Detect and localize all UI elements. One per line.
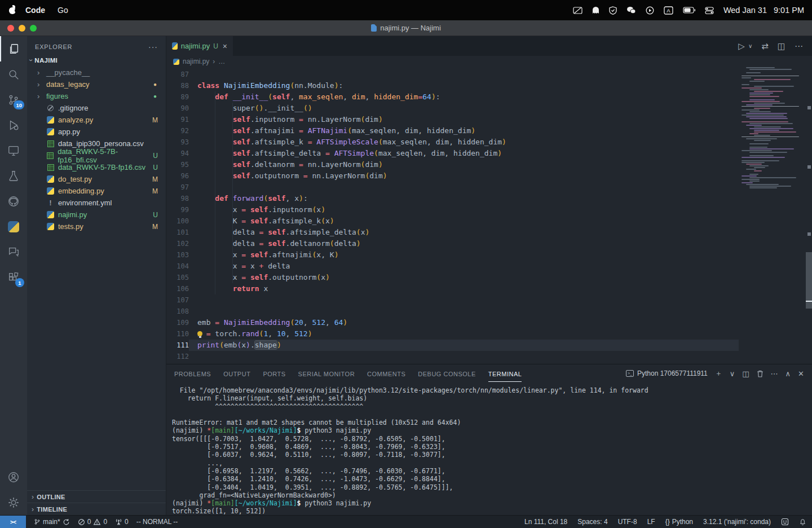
file-item-datas_legacy[interactable]: ›datas_legacy● [27, 78, 166, 90]
code-line-107[interactable]: 107 [166, 294, 812, 306]
code-line-92[interactable]: 92 self.aftnajimi = AFTNajimi(max_seqlen… [166, 125, 812, 137]
menu-app-name[interactable]: Code [19, 0, 51, 20]
file-item-data_RWKV-5-7B-fp16_bfi.csv[interactable]: data_RWKV-5-7B-fp16_bfi.csvU [27, 149, 166, 161]
file-item-najimi.py[interactable]: najimi.pyU [27, 209, 166, 221]
file-item-figures[interactable]: ›figures● [27, 90, 166, 102]
python-interpreter[interactable]: 3.12.1 ('najimi': conda) [703, 518, 771, 526]
code-line-87[interactable]: 87 [166, 69, 812, 80]
encoding[interactable]: UTF-8 [618, 518, 637, 526]
remote-indicator[interactable]: >< [0, 516, 26, 528]
minimap[interactable] [742, 67, 805, 360]
comments-icon[interactable] [0, 239, 27, 265]
input-source-icon[interactable]: A [664, 6, 673, 15]
git-branch-item[interactable]: main* [34, 518, 70, 526]
file-item-environment.yml[interactable]: !environment.yml [27, 197, 166, 209]
vim-mode-indicator[interactable]: -- NORMAL -- [136, 518, 178, 526]
file-item-analyze.py[interactable]: analyze.pyM [27, 114, 166, 126]
code-line-88[interactable]: 88class NajimiEmbedding(nn.Module): [166, 80, 812, 91]
minimize-window-button[interactable] [19, 25, 25, 32]
maximize-panel-icon[interactable]: ∧ [785, 369, 791, 378]
explorer-icon[interactable] [0, 36, 27, 61]
file-item-tests.py[interactable]: tests.pyM [27, 221, 166, 232]
panel-tab-problems[interactable]: PROBLEMS [174, 366, 211, 381]
panel-tab-output[interactable]: OUTPUT [223, 366, 250, 381]
notification-app-icon[interactable] [592, 6, 599, 14]
battery-icon[interactable] [683, 7, 695, 14]
code-line-94[interactable]: 94 self.aftsimple_delta = AFTSimple(max_… [166, 148, 812, 159]
keyboard-backlight-icon[interactable] [573, 7, 582, 14]
file-item-data_RWKV-5-7B-fp16.csv[interactable]: data_RWKV-5-7B-fp16.csvU [27, 161, 166, 173]
tab-close-icon[interactable]: × [223, 42, 227, 51]
file-item-embedding.py[interactable]: embedding.pyM [27, 185, 166, 197]
search-icon[interactable] [0, 61, 27, 87]
file-item-app.py[interactable]: app.py [27, 126, 166, 138]
code-line-103[interactable]: 103 x = self.aftnajimi(x, K) [166, 249, 812, 261]
apple-menu-icon[interactable] [8, 6, 17, 15]
code-line-89[interactable]: 89 def __init__(self, max_seqlen, dim, h… [166, 91, 812, 103]
breadcrumb-symbol[interactable]: … [218, 58, 225, 65]
code-line-109[interactable]: 109emb = NajimiEmbedding(20, 512, 64) [166, 317, 812, 328]
close-window-button[interactable] [7, 25, 14, 32]
code-line-98[interactable]: 98 def forward(self, x): [166, 193, 812, 204]
account-icon[interactable] [0, 464, 27, 490]
code-line-106[interactable]: 106 return x [166, 283, 812, 294]
code-line-102[interactable]: 102 delta = self.deltanorm(delta) [166, 238, 812, 249]
code-line-93[interactable]: 93 self.aftsimple_k = AFTSimpleScale(max… [166, 137, 812, 148]
code-line-104[interactable]: 104 x = x + delta [166, 261, 812, 272]
terminal-dropdown-icon[interactable]: ∨ [730, 369, 735, 378]
menu-item-go[interactable]: Go [51, 0, 96, 20]
remote-explorer-icon[interactable] [0, 138, 27, 163]
file-item-.gitignore[interactable]: .gitignore [27, 102, 166, 114]
terminal-output[interactable]: File "/opt/homebrew/anaconda3/envs/najim… [166, 382, 812, 523]
maximize-window-button[interactable] [30, 25, 37, 32]
run-dropdown-icon[interactable]: ∨ [748, 43, 752, 49]
code-line-91[interactable]: 91 self.inputnorm = nn.LayerNorm(dim) [166, 114, 812, 125]
tab-najimi-py[interactable]: najimi.py U × [166, 36, 233, 56]
code-line-90[interactable]: 90 super().__init__() [166, 103, 812, 114]
ports-item[interactable]: 0 [115, 518, 129, 526]
run-debug-icon[interactable] [0, 112, 27, 138]
overview-ruler[interactable] [806, 36, 812, 364]
eol-sequence[interactable]: LF [647, 518, 655, 526]
folder-root[interactable]: › NAJIMI [27, 54, 166, 67]
cursor-position[interactable]: Ln 111, Col 18 [524, 518, 567, 526]
language-mode[interactable]: {}Python [665, 518, 693, 526]
settings-gear-icon[interactable] [0, 490, 27, 515]
close-panel-icon[interactable]: ✕ [798, 369, 804, 378]
python-extension-icon[interactable] [0, 214, 27, 239]
code-line-95[interactable]: 95 self.deltanorm = nn.LayerNorm(dim) [166, 159, 812, 170]
editor-scrollbar-thumb[interactable] [806, 252, 812, 309]
source-control-icon[interactable]: 10 [0, 87, 27, 112]
problems-item[interactable]: 0 0 [78, 518, 107, 526]
code-editor[interactable]: 8788class NajimiEmbedding(nn.Module):89 … [166, 67, 812, 364]
github-icon[interactable] [0, 188, 27, 214]
file-item-__pycache__[interactable]: ›__pycache__ [27, 67, 166, 78]
kill-terminal-icon[interactable] [757, 370, 764, 377]
panel-tab-debug-console[interactable]: DEBUG CONSOLE [418, 366, 475, 381]
code-line-108[interactable]: 108 [166, 306, 812, 317]
run-python-file-icon[interactable]: ▷ [738, 41, 745, 51]
new-terminal-icon[interactable]: ＋ [715, 368, 722, 379]
code-line-112[interactable]: 112 [166, 351, 812, 362]
panel-tab-terminal[interactable]: TERMINAL [488, 366, 522, 382]
quick-fix-lightbulb-icon[interactable] [197, 331, 202, 336]
code-line-99[interactable]: 99 x = self.inputnorm(x) [166, 204, 812, 215]
shield-icon[interactable] [609, 6, 617, 15]
more-actions-icon[interactable]: ⋯ [795, 41, 803, 51]
play-circle-icon[interactable] [646, 6, 654, 15]
split-editor-icon[interactable]: ◫ [778, 41, 785, 51]
indentation[interactable]: Spaces: 4 [577, 518, 607, 526]
testing-icon[interactable] [0, 163, 27, 188]
breadcrumb-file[interactable]: najimi.py [183, 58, 209, 65]
code-line-100[interactable]: 100 K = self.aftsimple_k(x) [166, 215, 812, 227]
code-line-105[interactable]: 105 x = self.outputnorm(x) [166, 272, 812, 283]
split-terminal-icon[interactable]: ◫ [742, 369, 749, 378]
code-line-110[interactable]: 110x = torch.rand(1, 10, 512) [166, 328, 812, 340]
section-outline[interactable]: ›OUTLINE [27, 490, 166, 503]
control-center-icon[interactable] [705, 7, 714, 14]
panel-tab-comments[interactable]: COMMENTS [367, 366, 405, 381]
panel-tab-serial-monitor[interactable]: SERIAL MONITOR [298, 366, 355, 381]
panel-more-icon[interactable]: ⋯ [771, 369, 778, 378]
open-changes-icon[interactable]: ⇄ [761, 41, 769, 51]
notifications-bell-icon[interactable] [799, 518, 806, 526]
